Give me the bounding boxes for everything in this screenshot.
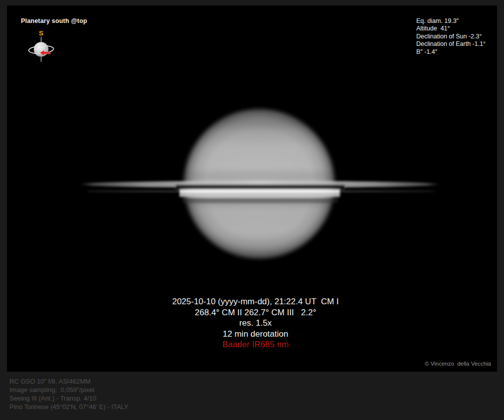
footer-bar: RC GSO 10″ f/8, ASI462MM Image sampling:…: [0, 372, 504, 420]
copyright-credit: © Vincenzo della Vecchia: [425, 361, 491, 367]
caption-resolution-line: res. 1.5x: [10, 318, 501, 329]
location-line: Pino Torinese (45°02′N, 07°46′ E) - ITAL…: [9, 403, 129, 411]
caption-date-line: 2025-10-10 (yyyy-mm-dd), 21:22.4 UT CM I: [10, 296, 501, 307]
filter-label: Baader IR685 nm: [10, 339, 501, 350]
saturn-rings: [78, 181, 441, 204]
sampling-line: Image sampling: 0,059″/pixel: [9, 386, 129, 394]
caption-derotation-line: 12 min derotation: [10, 329, 501, 340]
caption-cm-line: 268.4° CM II 262.7° CM III 2.2°: [10, 307, 501, 318]
equipment-info-block: RC GSO 10″ f/8, ASI462MM Image sampling:…: [9, 377, 129, 411]
telescope-camera-line: RC GSO 10″ f/8, ASI462MM: [9, 377, 129, 386]
caption-block: 2025-10-10 (yyyy-mm-dd), 21:22.4 UT CM I…: [10, 296, 501, 350]
saturn-image-panel: Planetary south @top S Eq. diam. 19.3″ A…: [7, 5, 497, 372]
seeing-line: Seeing III (Ant.) - Transp. 4/10: [9, 394, 129, 403]
